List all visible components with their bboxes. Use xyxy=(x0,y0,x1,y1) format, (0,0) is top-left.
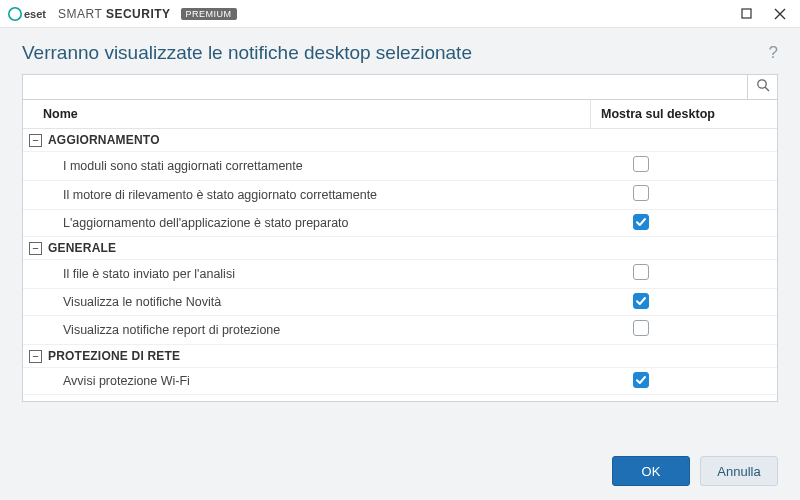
group-row: −PROTEZIONE DI RETE xyxy=(23,345,777,368)
brand-name-bold: SECURITY xyxy=(106,7,171,21)
item-name: I moduli sono stati aggiornati correttam… xyxy=(23,159,591,173)
search-button[interactable] xyxy=(747,75,777,99)
item-row: Visualizza le notifiche Novità xyxy=(23,289,777,316)
collapse-toggle-icon[interactable]: − xyxy=(29,242,42,255)
svg-point-0 xyxy=(9,7,21,19)
edition-badge: PREMIUM xyxy=(181,8,237,20)
show-on-desktop-checkbox[interactable] xyxy=(633,214,649,230)
item-row: Visualizza notifiche report di protezion… xyxy=(23,316,777,345)
svg-rect-1 xyxy=(742,9,751,18)
table-header: Nome Mostra sul desktop xyxy=(23,100,777,129)
cancel-button[interactable]: Annulla xyxy=(700,456,778,486)
item-check-cell xyxy=(591,185,777,205)
item-check-cell xyxy=(591,156,777,176)
search-bar xyxy=(22,74,778,100)
maximize-icon[interactable] xyxy=(734,4,758,24)
show-on-desktop-checkbox[interactable] xyxy=(633,264,649,280)
show-on-desktop-checkbox[interactable] xyxy=(633,372,649,388)
column-name[interactable]: Nome xyxy=(23,100,591,128)
eset-logo-icon: eset xyxy=(8,7,52,21)
group-label: PROTEZIONE DI RETE xyxy=(48,349,180,363)
brand: eset SMART SECURITY PREMIUM xyxy=(8,7,237,21)
content: Nome Mostra sul desktop −AGGIORNAMENTOI … xyxy=(0,74,800,402)
collapse-toggle-icon[interactable]: − xyxy=(29,134,42,147)
group-label: GENERALE xyxy=(48,241,116,255)
table-body: −AGGIORNAMENTOI moduli sono stati aggior… xyxy=(23,129,777,395)
search-icon xyxy=(756,78,770,96)
item-row: L'aggiornamento dell'applicazione è stat… xyxy=(23,210,777,237)
footer: OK Annulla xyxy=(0,444,800,500)
show-on-desktop-checkbox[interactable] xyxy=(633,156,649,172)
item-name: Avvisi protezione Wi-Fi xyxy=(23,374,591,388)
show-on-desktop-checkbox[interactable] xyxy=(633,293,649,309)
brand-name: SMART SECURITY xyxy=(58,7,171,21)
search-input[interactable] xyxy=(23,75,747,99)
collapse-toggle-icon[interactable]: − xyxy=(29,350,42,363)
item-row: Il file è stato inviato per l'analisi xyxy=(23,260,777,289)
item-name: Visualizza le notifiche Novità xyxy=(23,295,591,309)
item-name: Il motore di rilevamento è stato aggiorn… xyxy=(23,188,591,202)
ok-button[interactable]: OK xyxy=(612,456,690,486)
group-row: −GENERALE xyxy=(23,237,777,260)
item-check-cell xyxy=(591,264,777,284)
settings-table: Nome Mostra sul desktop −AGGIORNAMENTOI … xyxy=(22,100,778,402)
brand-name-light: SMART xyxy=(58,7,102,21)
item-row: I moduli sono stati aggiornati correttam… xyxy=(23,152,777,181)
item-name: L'aggiornamento dell'applicazione è stat… xyxy=(23,216,591,230)
window-controls xyxy=(734,4,792,24)
show-on-desktop-checkbox[interactable] xyxy=(633,185,649,201)
item-check-cell xyxy=(591,214,777,232)
svg-point-2 xyxy=(757,80,765,88)
column-show-on-desktop[interactable]: Mostra sul desktop xyxy=(591,100,777,128)
show-on-desktop-checkbox[interactable] xyxy=(633,320,649,336)
item-row: Il motore di rilevamento è stato aggiorn… xyxy=(23,181,777,210)
item-check-cell xyxy=(591,372,777,390)
brand-company: eset xyxy=(24,8,46,20)
header: Verranno visualizzate le notifiche deskt… xyxy=(0,28,800,74)
help-icon[interactable]: ? xyxy=(769,43,778,63)
close-icon[interactable] xyxy=(768,4,792,24)
group-row: −AGGIORNAMENTO xyxy=(23,129,777,152)
item-check-cell xyxy=(591,293,777,311)
group-label: AGGIORNAMENTO xyxy=(48,133,160,147)
item-row: Avvisi protezione Wi-Fi xyxy=(23,368,777,395)
item-name: Il file è stato inviato per l'analisi xyxy=(23,267,591,281)
titlebar: eset SMART SECURITY PREMIUM xyxy=(0,0,800,28)
item-name: Visualizza notifiche report di protezion… xyxy=(23,323,591,337)
page-title: Verranno visualizzate le notifiche deskt… xyxy=(22,42,472,64)
item-check-cell xyxy=(591,320,777,340)
